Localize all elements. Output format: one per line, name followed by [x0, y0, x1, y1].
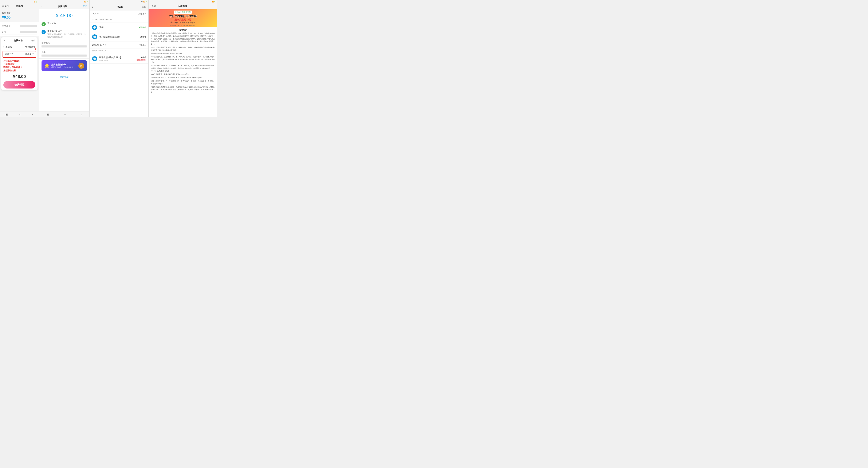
status-bar-2: 📶🔋: [39, 0, 89, 3]
tx3-name: 腾讯视频VIP会员 月卡[…: [99, 56, 134, 59]
p4-title: 活动详情: [178, 5, 187, 8]
amount-label: 应缴金额: [2, 12, 37, 15]
form-account-bar: [20, 31, 37, 33]
dropdown-arrow-2-icon: ▾: [105, 43, 106, 46]
panel-bills: N○📶🔋 ‹ 账单 筛选 本月 ▾ 月账单 › 支出¥50.00 收入¥15.0…: [90, 0, 149, 117]
tx3-amount-wrapper: -0.00 优惠 15.00: [136, 56, 146, 61]
tx2-name: 客户端话费充值(联通): [99, 35, 137, 38]
order-value: 水电煤缴费: [25, 45, 35, 49]
form-unit-row: 缴费单位: [2, 23, 37, 29]
rules-title: 活动规则: [151, 28, 215, 31]
summary2: 支出¥0.00 收入¥0: [90, 49, 148, 54]
rule-1: 1.活动期间用户在翼支付客户端手机充值、生活缴费（水、电、燃气费）订单金额满48…: [151, 32, 215, 46]
bank-logo: 中国农业银行 翼支付: [174, 10, 191, 14]
rule-4: 4.手机话费充值、生活缴费（水、电、燃气费）成功后，不支持退款，用户因不成功而发…: [151, 56, 215, 64]
field-unit-bar: [41, 45, 87, 48]
step-1: ✓ 支付成功: [39, 20, 89, 28]
promo-main-title: 农行手机银行支付返现: [169, 14, 196, 18]
tx1-name: 营销: [99, 26, 136, 29]
payment-method-row[interactable]: 付款方式 手机银行: [3, 51, 36, 58]
month2-statement-link[interactable]: 月账单 ›: [138, 43, 146, 46]
rule-7: 7.活动暂不支持170/171/162/165/167/149号段注册的翼支付账…: [151, 76, 215, 79]
bottom-nav-2: ⊟ ○ ‹: [39, 111, 89, 117]
payment-method-container: 付款方式 手机银行 ↓: [1, 51, 37, 58]
tx3-amount: -0.00: [136, 56, 146, 59]
transaction-yingxiao[interactable]: 营销 +15.00: [90, 23, 148, 32]
promo-date: 活动时间：2020年11月10日-12月31日: [169, 25, 196, 27]
bottom-circle-icon[interactable]: ○: [19, 113, 21, 116]
banner-text: 您有惠星待领取 看视频还惠星，兑换超多好礼！: [52, 63, 75, 68]
rule-6: 6.本次活动需用户翼支付客户端升级至V10.0.20及以上。: [151, 73, 215, 76]
promo-highlight: 满48元立返15元: [169, 18, 196, 21]
bottom-back-icon[interactable]: ‹: [32, 113, 33, 116]
modal-header: ✕ 确认付款 帮助: [1, 37, 37, 44]
p2-done-btn[interactable]: 完成: [83, 5, 87, 8]
step-2: ✓ 缴费单位处理中 预计1小时内到账，部分订单可能出现延迟，以实际到账时间为准: [39, 28, 89, 40]
step1-text: 支付成功: [48, 22, 56, 25]
month1-statement-link[interactable]: 月账单 ›: [138, 12, 146, 15]
nav-bar-1: ✕ 关闭 缴电费: [0, 3, 39, 9]
p2-title: 缴费结果: [58, 5, 67, 8]
transaction-tencent-vip[interactable]: 腾讯视频VIP会员 月卡[… 02-07 14:56 -0.00 优惠 15.0…: [90, 54, 148, 64]
form-unit-label: 缴费单位: [2, 25, 10, 28]
confirm-payment-btn[interactable]: 确认付款: [3, 81, 35, 89]
order-info-row: 订单信息 水电煤缴费: [1, 44, 37, 50]
rule-8: 8.同一翼支付账号、同一手机终端、同一手机号或同一身份证，符合以上任一条件的，均…: [151, 80, 215, 85]
form-account-label: 户号: [2, 30, 6, 33]
modal-title: 确认付款: [14, 39, 23, 42]
field-unit: 缴费单位: [39, 40, 89, 49]
big-amount: ¥48.00: [1, 73, 37, 80]
p4-close-btn[interactable]: ‹关闭: [151, 5, 156, 8]
p3-back-btn[interactable]: ‹: [92, 5, 98, 9]
month1-filter: 本月 ▾ 月账单 ›: [90, 10, 148, 17]
modal-help-btn[interactable]: 帮助: [31, 39, 35, 42]
p3-title: 账单: [98, 5, 142, 9]
promo-banner[interactable]: ⭐ 您有惠星待领取 看视频还惠星，兑换超多好礼！ ▶: [41, 60, 87, 71]
rule-5: 5.本活动项下手机充值、生活缴费（水、电、燃气费）交易及售后服务等内容均由翼支付…: [151, 64, 215, 72]
step1-icon: ✓: [41, 22, 46, 26]
field-account-bar: [41, 55, 87, 57]
banner-play-icon: ▶: [79, 63, 84, 69]
form-unit-bar: [20, 25, 37, 27]
summary1: 支出¥50.00 收入¥15.00: [90, 17, 148, 23]
rule-2: 2.本活动限全国地区翼支付二星及以上用户参加，农业银行用户需提前安装农业银行手机…: [151, 46, 215, 52]
p4-nav: ‹关闭 活动详情: [149, 3, 217, 9]
bottom-circle-icon-2[interactable]: ○: [64, 113, 66, 116]
confirm-payment-modal: ✕ 确认付款 帮助 订单信息 水电煤缴费 付款方式 手机银行 ↓ 必须选择手机银…: [1, 37, 37, 90]
big-amount-value: ¥48.00: [13, 74, 26, 79]
payment-amount-display: ¥ 48.00: [39, 9, 89, 20]
bottom-back-icon-2[interactable]: ‹: [81, 113, 82, 116]
modal-close-btn[interactable]: ✕: [3, 39, 5, 42]
activity-banner: 中国农业银行 翼支付 农行手机银行支付返现 满48元立返15元 手机充值、水电燃…: [149, 9, 217, 27]
bottom-nav-1: ⊟ ○ ‹: [0, 111, 39, 117]
result-amount-value: ¥ 48.00: [56, 13, 72, 18]
status-bar-3: N○📶🔋: [90, 0, 148, 3]
tx3-discount: 优惠 15.00: [136, 59, 146, 61]
amount-value: ¥0.00: [2, 15, 37, 20]
tx3-details: 腾讯视频VIP会员 月卡[… 02-07 14:56: [99, 56, 134, 61]
tx1-details: 营销: [99, 26, 136, 29]
month2-label[interactable]: 2020年02月 ▾: [92, 43, 106, 46]
transaction-phone-recharge[interactable]: 客户端话费充值(联通) -50.00: [90, 32, 148, 42]
result-amount: ¥ 48.00: [41, 13, 87, 19]
p3-filter-btn[interactable]: 筛选: [142, 5, 146, 8]
nav-close-btn[interactable]: ✕ 关闭: [2, 5, 9, 8]
order-label: 订单信息: [3, 45, 12, 49]
form-section: 缴费单位 户号: [0, 22, 39, 36]
dropdown-arrow-icon: ▾: [97, 12, 99, 15]
page-title-1: 缴电费: [16, 5, 23, 8]
status-bar-1: 📶🔋: [0, 0, 39, 3]
month1-label[interactable]: 本月 ▾: [92, 12, 99, 15]
bottom-menu-icon-2[interactable]: ⊟: [46, 113, 49, 116]
tx3-date: 02-07 14:56: [99, 59, 134, 61]
month2-filter: 2020年02月 ▾ 月账单 ›: [90, 42, 148, 49]
tx1-icon: [92, 25, 97, 30]
p2-back-btn[interactable]: ‹: [41, 5, 42, 8]
amount-section: 应缴金额 ¥0.00: [0, 9, 39, 22]
tx2-icon: [92, 34, 97, 39]
help-link[interactable]: 使用帮助: [39, 73, 89, 81]
bottom-menu-icon[interactable]: ⊟: [5, 113, 8, 116]
step2-icon: ✓: [41, 30, 46, 34]
tx2-amount: -50.00: [139, 36, 146, 38]
panel-payment-result: 📶🔋 ‹ 缴费结果 完成 ¥ 48.00 ✓ 支付成功 ✓ 缴费单位处理中 预计…: [39, 0, 90, 117]
